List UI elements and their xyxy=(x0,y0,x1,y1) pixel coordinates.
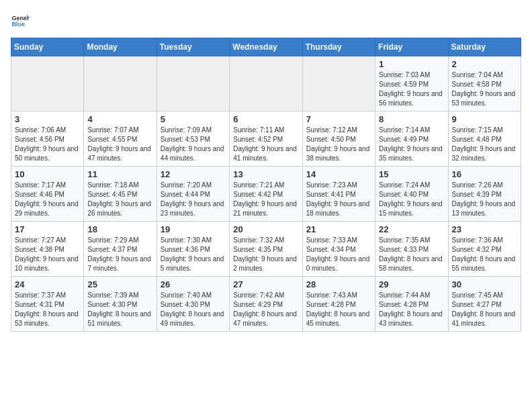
day-info: Sunrise: 7:37 AM Sunset: 4:31 PM Dayligh… xyxy=(15,291,80,328)
calendar-day: 17Sunrise: 7:27 AM Sunset: 4:38 PM Dayli… xyxy=(11,222,84,277)
calendar-day: 28Sunrise: 7:43 AM Sunset: 4:28 PM Dayli… xyxy=(302,277,375,332)
day-number: 7 xyxy=(306,114,371,124)
calendar-day: 27Sunrise: 7:42 AM Sunset: 4:29 PM Dayli… xyxy=(230,277,302,332)
day-info: Sunrise: 7:26 AM Sunset: 4:39 PM Dayligh… xyxy=(452,181,517,218)
calendar-week-3: 10Sunrise: 7:17 AM Sunset: 4:46 PM Dayli… xyxy=(11,167,521,222)
day-number: 26 xyxy=(161,279,226,289)
day-info: Sunrise: 7:30 AM Sunset: 4:36 PM Dayligh… xyxy=(161,236,226,273)
calendar-day: 13Sunrise: 7:21 AM Sunset: 4:42 PM Dayli… xyxy=(230,167,302,222)
day-info: Sunrise: 7:09 AM Sunset: 4:53 PM Dayligh… xyxy=(161,126,226,163)
day-number: 27 xyxy=(233,279,298,289)
day-number: 28 xyxy=(306,279,371,289)
day-info: Sunrise: 7:18 AM Sunset: 4:45 PM Dayligh… xyxy=(87,181,152,218)
calendar-body: 1Sunrise: 7:03 AM Sunset: 4:59 PM Daylig… xyxy=(11,56,521,332)
day-info: Sunrise: 7:27 AM Sunset: 4:38 PM Dayligh… xyxy=(15,236,80,273)
calendar-week-2: 3Sunrise: 7:06 AM Sunset: 4:56 PM Daylig… xyxy=(11,111,521,167)
day-info: Sunrise: 7:17 AM Sunset: 4:46 PM Dayligh… xyxy=(15,181,80,218)
logo-icon: General Blue xyxy=(11,11,30,30)
calendar-table: SundayMondayTuesdayWednesdayThursdayFrid… xyxy=(11,38,521,332)
day-info: Sunrise: 7:33 AM Sunset: 4:34 PM Dayligh… xyxy=(306,236,371,273)
day-info: Sunrise: 7:20 AM Sunset: 4:44 PM Dayligh… xyxy=(161,181,226,218)
calendar-day: 30Sunrise: 7:45 AM Sunset: 4:27 PM Dayli… xyxy=(448,277,521,332)
calendar-day: 1Sunrise: 7:03 AM Sunset: 4:59 PM Daylig… xyxy=(375,56,448,111)
logo: General Blue xyxy=(11,11,30,30)
calendar-day: 25Sunrise: 7:39 AM Sunset: 4:30 PM Dayli… xyxy=(84,277,157,332)
day-number: 1 xyxy=(379,59,444,69)
calendar-day: 29Sunrise: 7:44 AM Sunset: 4:28 PM Dayli… xyxy=(375,277,448,332)
weekday-header-monday: Monday xyxy=(84,38,157,56)
day-number: 9 xyxy=(452,114,517,124)
day-info: Sunrise: 7:29 AM Sunset: 4:37 PM Dayligh… xyxy=(87,236,152,273)
weekday-header-wednesday: Wednesday xyxy=(230,38,302,56)
day-number: 3 xyxy=(15,114,80,124)
day-info: Sunrise: 7:14 AM Sunset: 4:49 PM Dayligh… xyxy=(379,126,444,163)
day-info: Sunrise: 7:06 AM Sunset: 4:56 PM Dayligh… xyxy=(15,126,80,163)
day-info: Sunrise: 7:21 AM Sunset: 4:42 PM Dayligh… xyxy=(233,181,298,218)
calendar-day xyxy=(230,56,302,111)
day-info: Sunrise: 7:40 AM Sunset: 4:30 PM Dayligh… xyxy=(161,291,226,328)
calendar-day: 5Sunrise: 7:09 AM Sunset: 4:53 PM Daylig… xyxy=(157,111,229,167)
day-number: 12 xyxy=(161,169,226,179)
day-number: 29 xyxy=(379,279,444,289)
day-number: 2 xyxy=(452,59,517,69)
calendar-day: 7Sunrise: 7:12 AM Sunset: 4:50 PM Daylig… xyxy=(302,111,375,167)
day-info: Sunrise: 7:42 AM Sunset: 4:29 PM Dayligh… xyxy=(233,291,298,328)
day-info: Sunrise: 7:23 AM Sunset: 4:41 PM Dayligh… xyxy=(306,181,371,218)
day-number: 11 xyxy=(87,169,152,179)
calendar-day: 24Sunrise: 7:37 AM Sunset: 4:31 PM Dayli… xyxy=(11,277,84,332)
day-info: Sunrise: 7:43 AM Sunset: 4:28 PM Dayligh… xyxy=(306,291,371,328)
weekday-header-saturday: Saturday xyxy=(448,38,521,56)
weekday-header-thursday: Thursday xyxy=(302,38,375,56)
calendar-day: 19Sunrise: 7:30 AM Sunset: 4:36 PM Dayli… xyxy=(157,222,229,277)
calendar-week-1: 1Sunrise: 7:03 AM Sunset: 4:59 PM Daylig… xyxy=(11,56,521,111)
day-info: Sunrise: 7:39 AM Sunset: 4:30 PM Dayligh… xyxy=(87,291,152,328)
day-info: Sunrise: 7:07 AM Sunset: 4:55 PM Dayligh… xyxy=(87,126,152,163)
calendar-day: 16Sunrise: 7:26 AM Sunset: 4:39 PM Dayli… xyxy=(448,167,521,222)
day-info: Sunrise: 7:11 AM Sunset: 4:52 PM Dayligh… xyxy=(233,126,298,163)
day-number: 30 xyxy=(452,279,517,289)
calendar-day: 22Sunrise: 7:35 AM Sunset: 4:33 PM Dayli… xyxy=(375,222,448,277)
day-info: Sunrise: 7:45 AM Sunset: 4:27 PM Dayligh… xyxy=(452,291,517,328)
day-info: Sunrise: 7:15 AM Sunset: 4:48 PM Dayligh… xyxy=(452,126,517,163)
calendar-day: 6Sunrise: 7:11 AM Sunset: 4:52 PM Daylig… xyxy=(230,111,302,167)
calendar-day: 15Sunrise: 7:24 AM Sunset: 4:40 PM Dayli… xyxy=(375,167,448,222)
day-number: 20 xyxy=(233,224,298,234)
day-number: 18 xyxy=(87,224,152,234)
calendar-day: 21Sunrise: 7:33 AM Sunset: 4:34 PM Dayli… xyxy=(302,222,375,277)
day-number: 24 xyxy=(15,279,80,289)
day-number: 14 xyxy=(306,169,371,179)
calendar-day xyxy=(157,56,229,111)
calendar-day: 8Sunrise: 7:14 AM Sunset: 4:49 PM Daylig… xyxy=(375,111,448,167)
day-number: 23 xyxy=(452,224,517,234)
calendar-day: 2Sunrise: 7:04 AM Sunset: 4:58 PM Daylig… xyxy=(448,56,521,111)
calendar-day: 23Sunrise: 7:36 AM Sunset: 4:32 PM Dayli… xyxy=(448,222,521,277)
weekday-header-friday: Friday xyxy=(375,38,448,56)
calendar-day: 3Sunrise: 7:06 AM Sunset: 4:56 PM Daylig… xyxy=(11,111,84,167)
calendar-day: 9Sunrise: 7:15 AM Sunset: 4:48 PM Daylig… xyxy=(448,111,521,167)
svg-text:Blue: Blue xyxy=(11,21,25,28)
calendar-day: 14Sunrise: 7:23 AM Sunset: 4:41 PM Dayli… xyxy=(302,167,375,222)
day-info: Sunrise: 7:12 AM Sunset: 4:50 PM Dayligh… xyxy=(306,126,371,163)
calendar-header-row: SundayMondayTuesdayWednesdayThursdayFrid… xyxy=(11,38,521,56)
day-number: 15 xyxy=(379,169,444,179)
day-info: Sunrise: 7:44 AM Sunset: 4:28 PM Dayligh… xyxy=(379,291,444,328)
day-number: 19 xyxy=(161,224,226,234)
day-number: 21 xyxy=(306,224,371,234)
day-number: 25 xyxy=(87,279,152,289)
weekday-header-sunday: Sunday xyxy=(11,38,84,56)
day-info: Sunrise: 7:04 AM Sunset: 4:58 PM Dayligh… xyxy=(452,71,517,108)
day-number: 17 xyxy=(15,224,80,234)
day-info: Sunrise: 7:35 AM Sunset: 4:33 PM Dayligh… xyxy=(379,236,444,273)
calendar-day: 20Sunrise: 7:32 AM Sunset: 4:35 PM Dayli… xyxy=(230,222,302,277)
day-number: 6 xyxy=(233,114,298,124)
calendar-day: 4Sunrise: 7:07 AM Sunset: 4:55 PM Daylig… xyxy=(84,111,157,167)
day-info: Sunrise: 7:36 AM Sunset: 4:32 PM Dayligh… xyxy=(452,236,517,273)
day-number: 16 xyxy=(452,169,517,179)
calendar-day xyxy=(11,56,84,111)
calendar-day: 11Sunrise: 7:18 AM Sunset: 4:45 PM Dayli… xyxy=(84,167,157,222)
calendar-day: 10Sunrise: 7:17 AM Sunset: 4:46 PM Dayli… xyxy=(11,167,84,222)
calendar-day xyxy=(84,56,157,111)
calendar-day: 26Sunrise: 7:40 AM Sunset: 4:30 PM Dayli… xyxy=(157,277,229,332)
day-number: 22 xyxy=(379,224,444,234)
calendar-week-5: 24Sunrise: 7:37 AM Sunset: 4:31 PM Dayli… xyxy=(11,277,521,332)
